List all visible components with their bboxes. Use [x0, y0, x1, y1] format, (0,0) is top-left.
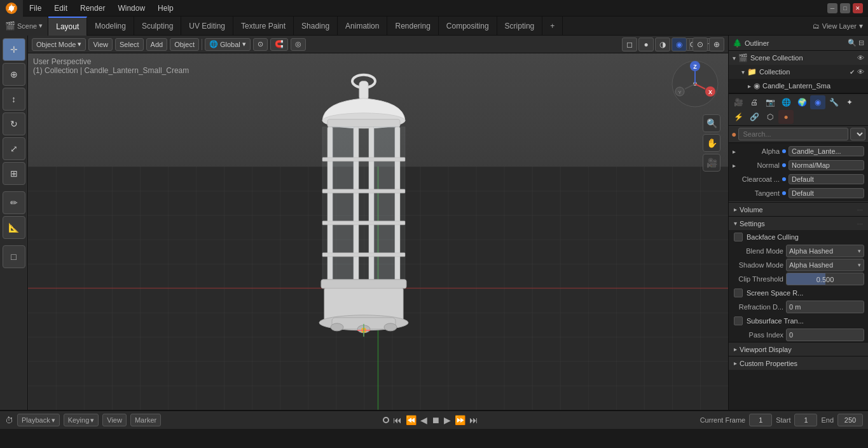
- menu-edit[interactable]: Edit: [48, 0, 74, 17]
- tool-rotate[interactable]: ↻: [3, 112, 25, 135]
- play-forward-btn[interactable]: ▶: [444, 415, 451, 425]
- tab-texture-paint[interactable]: Texture Paint: [233, 17, 294, 36]
- step-forward-btn[interactable]: ⏩: [455, 415, 465, 425]
- object-item[interactable]: ▸ ◉ Candle_Lantern_Sma: [729, 79, 868, 93]
- eye-icon[interactable]: 👁: [857, 68, 864, 76]
- subsurface-checkbox[interactable]: [734, 316, 743, 325]
- props-icon-view-layer[interactable]: 📷: [762, 95, 778, 109]
- navigation-gizmo[interactable]: Z X Y: [670, 58, 720, 109]
- transform-orientation-selector[interactable]: 🌐 Global ▾: [205, 38, 251, 51]
- props-icon-physics[interactable]: ⚡: [731, 110, 746, 124]
- tab-layout[interactable]: Layout: [48, 17, 87, 36]
- tab-shading[interactable]: Shading: [294, 17, 338, 36]
- tab-rendering[interactable]: Rendering: [387, 17, 438, 36]
- props-icon-modifier[interactable]: 🔧: [826, 95, 841, 109]
- start-frame-field[interactable]: 1: [794, 414, 817, 426]
- settings-header[interactable]: ▾ Settings ···: [729, 216, 868, 230]
- playback-menu[interactable]: Playback ▾: [17, 414, 60, 426]
- props-icon-render[interactable]: 🎥: [731, 95, 746, 109]
- snapping-btn[interactable]: 🧲: [270, 38, 288, 51]
- outliner-search-icon[interactable]: 🔍: [848, 39, 857, 47]
- collection-item[interactable]: ▾ 📁 Collection ✔ 👁: [729, 65, 868, 79]
- props-icon-output[interactable]: 🖨: [747, 95, 762, 109]
- tab-uv-editing[interactable]: UV Editing: [181, 17, 233, 36]
- proportional-btn[interactable]: ◎: [291, 38, 306, 51]
- wireframe-btn[interactable]: ◻: [622, 37, 637, 51]
- tab-add[interactable]: +: [542, 17, 563, 36]
- overlay-btn[interactable]: ⊙: [692, 37, 708, 51]
- tab-sculpting[interactable]: Sculpting: [134, 17, 181, 36]
- refraction-field[interactable]: 0 m: [786, 301, 864, 313]
- rendered-btn[interactable]: ◉: [672, 37, 687, 51]
- channel-clearcoat[interactable]: Clearcoat ... Default: [729, 172, 868, 186]
- zoom-to-view-btn[interactable]: 🔍: [703, 114, 720, 132]
- viewport-object-btn[interactable]: Object: [170, 38, 199, 51]
- props-icon-data[interactable]: ⬡: [762, 110, 778, 124]
- subsurface-row[interactable]: Subsurface Tran...: [729, 314, 868, 328]
- tool-add-plane[interactable]: □: [3, 245, 25, 268]
- tab-modeling[interactable]: Modeling: [87, 17, 134, 36]
- channel-alpha[interactable]: ▸ Alpha Candle_Lante...: [729, 144, 868, 158]
- view-menu[interactable]: View: [102, 414, 127, 426]
- screen-space-checkbox[interactable]: [734, 288, 743, 297]
- viewport-view-btn[interactable]: View: [88, 38, 113, 51]
- scene-eye-icon[interactable]: 👁: [857, 54, 864, 62]
- channel-tangent[interactable]: Tangent Default: [729, 186, 868, 200]
- custom-props-header[interactable]: ▸ Custom Properties: [729, 356, 868, 370]
- menu-render[interactable]: Render: [74, 0, 111, 17]
- volume-header[interactable]: ▸ Volume ···: [729, 202, 868, 216]
- tab-compositing[interactable]: Compositing: [439, 17, 497, 36]
- props-icon-world[interactable]: 🌍: [794, 95, 809, 109]
- menu-window[interactable]: Window: [111, 0, 151, 17]
- channel-normal[interactable]: ▸ Normal Normal/Map: [729, 158, 868, 172]
- tool-annotate[interactable]: ✏: [3, 191, 25, 214]
- props-icon-object[interactable]: ◉: [810, 95, 825, 109]
- props-icon-material[interactable]: ●: [778, 110, 794, 124]
- maximize-btn[interactable]: □: [840, 3, 850, 13]
- minimize-btn[interactable]: ─: [827, 3, 837, 13]
- keying-menu[interactable]: Keying ▾: [64, 414, 99, 426]
- shadow-mode-select[interactable]: Alpha Hashed ▾: [786, 259, 864, 271]
- tool-transform[interactable]: ⊞: [3, 162, 25, 185]
- viewport[interactable]: Object Mode ▾ View Select Add Object 🌐 G…: [28, 36, 728, 410]
- scene-collection-item[interactable]: ▾ 🎬 Scene Collection 👁: [729, 51, 868, 65]
- props-filter-select[interactable]: [850, 128, 865, 140]
- solid-shading-btn[interactable]: ●: [638, 37, 654, 51]
- tool-measure[interactable]: 📐: [3, 216, 25, 239]
- visibility-checkbox[interactable]: ✔: [850, 69, 855, 76]
- pan-btn[interactable]: ✋: [703, 134, 720, 152]
- blend-mode-select[interactable]: Alpha Hashed ▾: [786, 245, 864, 257]
- backface-checkbox[interactable]: [734, 233, 743, 241]
- tool-select[interactable]: ✛: [3, 38, 25, 61]
- props-icon-constraints[interactable]: 🔗: [747, 110, 762, 124]
- pivot-btn[interactable]: ⊙: [253, 38, 268, 51]
- tab-scripting[interactable]: Scripting: [497, 17, 543, 36]
- current-frame-field[interactable]: 1: [749, 414, 772, 426]
- tool-cursor[interactable]: ⊕: [3, 63, 25, 86]
- play-back-btn[interactable]: ◀: [420, 415, 427, 425]
- tab-animation[interactable]: Animation: [338, 17, 387, 36]
- camera-view-btn[interactable]: 🎥: [703, 154, 720, 172]
- viewport-add-btn[interactable]: Add: [146, 38, 168, 51]
- scene-selector[interactable]: 🎬 Scene ▾: [0, 17, 48, 36]
- gizmo-btn[interactable]: ⊕: [709, 37, 724, 51]
- tool-scale[interactable]: ⤢: [3, 137, 25, 160]
- jump-start-btn[interactable]: ⏮: [393, 415, 402, 425]
- viewport-select-btn[interactable]: Select: [115, 38, 144, 51]
- props-icon-particle[interactable]: ✦: [842, 95, 857, 109]
- marker-menu[interactable]: Marker: [130, 414, 161, 426]
- jump-end-btn[interactable]: ⏭: [469, 415, 478, 425]
- filter-icon[interactable]: ⊟: [858, 39, 864, 47]
- props-search-input[interactable]: [738, 128, 848, 140]
- tool-move[interactable]: ↕: [3, 88, 25, 111]
- menu-help[interactable]: Help: [151, 0, 180, 17]
- close-btn[interactable]: ✕: [853, 3, 863, 13]
- material-preview-btn[interactable]: ◑: [655, 37, 670, 51]
- end-frame-field[interactable]: 250: [837, 414, 863, 426]
- clip-threshold-field[interactable]: 0.500: [786, 273, 864, 285]
- backface-culling-row[interactable]: Backface Culling: [729, 230, 868, 244]
- viewport-display-header[interactable]: ▸ Viewport Display: [729, 342, 868, 356]
- screen-space-row[interactable]: Screen Space R...: [729, 286, 868, 300]
- props-icon-scene[interactable]: 🌐: [778, 95, 794, 109]
- menu-file[interactable]: File: [23, 0, 48, 17]
